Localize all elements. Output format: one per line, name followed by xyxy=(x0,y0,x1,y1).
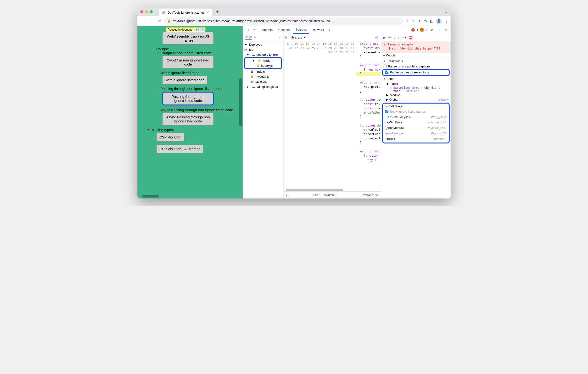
call-stack-section[interactable]: ▼Call Stack xyxy=(383,104,449,109)
code-line[interactable]: function errorWrapper() { xyxy=(356,153,381,158)
code-line[interactable] xyxy=(356,93,381,97)
code-line[interactable]: element.innerHTML = text; xyxy=(356,50,381,54)
warning-count-badge[interactable]: ! xyxy=(420,28,424,32)
sources-page-tab[interactable]: Page xyxy=(245,35,252,40)
tree-hidden-folder[interactable]: ▾📁hidden xyxy=(245,58,281,63)
panel-icon[interactable]: ◧ xyxy=(430,19,433,23)
editor-horizontal-scrollbar[interactable] xyxy=(286,189,343,191)
pause-caught-checkbox[interactable]: Pause on caught exceptions xyxy=(382,69,450,76)
show-ignored-frames-checkbox[interactable]: Show ignore-listed frames xyxy=(383,109,449,114)
tree-deployed[interactable]: ⏷Deployed xyxy=(243,42,283,47)
scope-module[interactable]: ▶Module xyxy=(381,93,451,97)
step-over-button-icon[interactable]: ↷ xyxy=(388,36,391,40)
code-line[interactable]: function doWithError(errorFun xyxy=(356,123,381,128)
code-line[interactable]: const insertionPoint = docu xyxy=(356,106,381,110)
tabs-dropdown-icon[interactable]: ⌄ xyxy=(445,10,448,14)
editor-overflow-icon[interactable]: ▸▏ xyxy=(376,36,379,39)
scope-local[interactable]: ▼Local xyxy=(381,82,451,86)
code-line[interactable]: export async function unsafeS xyxy=(356,42,381,46)
page-horizontal-scrollbar[interactable] xyxy=(142,195,159,198)
code-line[interactable] xyxy=(356,162,381,166)
settings-gear-icon[interactable]: ⚙ xyxy=(429,27,434,32)
window-close-icon[interactable] xyxy=(140,10,143,13)
editor-nav-icon[interactable]: ⎘ xyxy=(285,35,287,40)
tab-close-icon[interactable]: ✕ xyxy=(207,11,209,14)
labs-icon[interactable]: ⚗ xyxy=(424,19,427,23)
tree-cdn[interactable]: ▸☁cdn.glitch.globa xyxy=(243,84,283,89)
call-stack-frame[interactable]: (anonymous)mycode.js:89 xyxy=(383,125,449,130)
extensions-icon[interactable]: ✦ xyxy=(418,19,421,23)
code-line[interactable]: } xyxy=(356,54,381,59)
code-line[interactable]: console.log('Never happened xyxy=(356,136,381,141)
code-line[interactable] xyxy=(356,59,381,63)
code-line[interactable]: Map.prototype.set(); xyxy=(356,85,381,89)
code-line[interactable]: try { xyxy=(356,158,381,162)
share-icon[interactable]: ⇧ xyxy=(406,19,409,23)
tree-domain[interactable]: ▾☁devtools-ignore xyxy=(243,52,283,57)
code-line[interactable] xyxy=(356,145,381,149)
devtools-tab-network[interactable]: Network xyxy=(310,26,326,33)
error-count-badge[interactable]: ✕ xyxy=(411,28,415,32)
page-button-async[interactable]: Async Passing through non ignore listed … xyxy=(162,113,214,125)
step-into-button-icon[interactable]: ↓ xyxy=(393,36,395,40)
page-vertical-scrollbar[interactable] xyxy=(239,78,242,126)
code-line[interactable]: errorFunc(); xyxy=(356,132,381,136)
page-button-within-ignore[interactable]: Within ignore listed code xyxy=(162,76,208,84)
code-line[interactable] xyxy=(356,76,381,80)
devtools-more-tabs-icon[interactable]: » xyxy=(327,27,333,32)
step-out-button-icon[interactable]: ↑ xyxy=(398,36,399,40)
code-line[interactable]: export function wrapErrorHand xyxy=(356,149,381,153)
step-button-icon[interactable]: →• xyxy=(401,36,406,40)
code-line[interactable]: function ignoredcspviolation( xyxy=(356,97,381,102)
window-min-icon[interactable] xyxy=(145,10,148,13)
window-max-icon[interactable] xyxy=(150,10,153,13)
device-mode-icon[interactable]: ⇄ xyxy=(251,27,256,32)
reload-button[interactable]: ⟳ xyxy=(156,18,162,24)
code-line[interactable]: } xyxy=(356,115,381,119)
code-gutter[interactable]: 8 9 10 11 12 13 14 15 16 17 18 19 20 21 … xyxy=(284,41,356,191)
sources-more-tabs-icon[interactable]: » xyxy=(254,36,255,39)
call-stack-frame[interactable]: onclick(index):83 xyxy=(383,136,449,142)
browser-tab[interactable]: 🛠️ DevTools ignore list stories ✕ xyxy=(159,9,212,16)
code-line[interactable] xyxy=(356,119,381,123)
watch-section[interactable]: ▶Watch xyxy=(381,53,451,58)
forward-button[interactable]: → xyxy=(148,18,154,24)
call-stack-frame[interactable]: doWithErrormycode.js:18 xyxy=(383,119,449,125)
bookmark-icon[interactable]: ☆ xyxy=(412,19,415,23)
editor-file-tab[interactable]: library.js ✕ xyxy=(289,35,308,40)
step-over-icon[interactable]: ↷ xyxy=(200,28,204,31)
back-button[interactable]: ← xyxy=(140,18,146,24)
code-line[interactable]: } xyxy=(356,141,381,145)
code-line[interactable] xyxy=(356,166,381,171)
menu-icon[interactable]: ⋮ xyxy=(445,19,448,23)
tree-style-file[interactable]: 🗎style.css xyxy=(243,79,283,84)
code-line[interactable]: throw new Error('Why did th xyxy=(356,67,381,72)
code-line[interactable]: export function throwExceptio xyxy=(356,63,381,67)
page-button-csp-all[interactable]: CSP Violation - All frames xyxy=(156,145,203,153)
inspect-icon[interactable]: ⬚ xyxy=(245,27,250,32)
devtools-tab-sources[interactable]: Sources xyxy=(293,26,309,34)
url-bar[interactable]: 🔒 devtools-ignore-list-stories.glitch.me… xyxy=(164,17,403,25)
code-line[interactable]: export function errorFromRunt xyxy=(356,80,381,85)
devtools-tab-console[interactable]: Console xyxy=(276,26,292,33)
page-button-passing[interactable]: Passing through non ignore listed code xyxy=(162,92,214,106)
devtools-menu-icon[interactable]: ⋮ xyxy=(436,27,441,32)
scope-global[interactable]: ▶ GlobalWindow xyxy=(381,97,451,102)
code-line[interactable]: console.log('No error yet') xyxy=(356,128,381,132)
scope-section[interactable]: ▼Scope xyxy=(381,76,451,82)
profile-avatar-icon[interactable]: 👤 xyxy=(436,18,442,24)
devtools-close-icon[interactable]: ✕ xyxy=(443,27,449,32)
pretty-print-icon[interactable]: { } xyxy=(286,193,288,197)
page-button-wasm[interactable]: WebAssembly trap - no JS frames xyxy=(162,32,214,44)
resume-button-icon[interactable]: ▶ xyxy=(383,36,386,40)
breakpoints-section[interactable]: ▼Breakpoints xyxy=(381,58,451,64)
tree-index-file[interactable]: 🗎(index) xyxy=(243,69,283,74)
deactivate-breakpoints-icon[interactable]: ⛔ xyxy=(409,36,413,40)
code-line[interactable]: await delay(); xyxy=(356,46,381,50)
editor-tab-close-icon[interactable]: ✕ xyxy=(303,36,306,39)
pause-uncaught-checkbox[interactable]: Pause on uncaught exceptions xyxy=(381,64,451,69)
call-stack-frame[interactable]: errorWrapperlibrary.js:37 xyxy=(383,130,449,136)
code-area[interactable]: export async function unsafeS await dela… xyxy=(356,41,381,191)
code-line[interactable]: const text = document.getE xyxy=(356,102,381,106)
call-stack-frame[interactable]: throwExceptionlibrary.js:15 xyxy=(383,114,449,119)
